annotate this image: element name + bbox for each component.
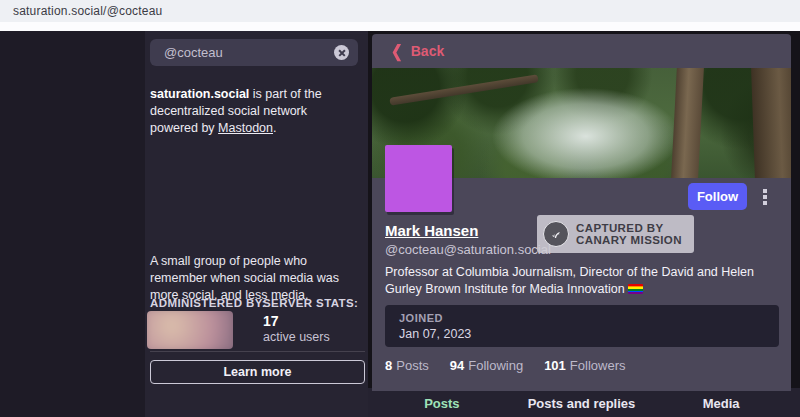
browser-bar-divider	[0, 22, 800, 31]
profile-bio: Professor at Columbia Journalism, Direct…	[385, 264, 777, 298]
profile-tabs: Posts Posts and replies Media	[372, 390, 791, 417]
administered-by-label: ADMINISTERED BY:	[150, 297, 266, 309]
tree-branch-graphic	[389, 74, 538, 105]
server-stats-label: SERVER STATS:	[263, 297, 358, 309]
tab-posts-and-replies[interactable]: Posts and replies	[512, 390, 652, 417]
canary-bird-icon	[543, 221, 569, 247]
watermark-line2: CANARY MISSION	[576, 234, 682, 247]
profile-avatar[interactable]	[385, 145, 452, 212]
back-button[interactable]: ❮ Back	[372, 34, 791, 68]
watermark-line1: CAPTURED BY	[576, 222, 682, 235]
search-input[interactable]: @cocteau	[150, 39, 358, 66]
followers-count[interactable]: 101Followers	[544, 358, 625, 373]
profile-card: ❮ Back Follow Mark Hansen @cocteau@satur…	[372, 34, 791, 391]
follow-button[interactable]: Follow	[688, 183, 747, 210]
joined-date: Jan 07, 2023	[399, 327, 765, 341]
search-value: @cocteau	[164, 45, 334, 60]
admin-avatar-blurred-image	[147, 311, 233, 349]
posts-count[interactable]: 8Posts	[385, 358, 429, 373]
tree-trunk-graphic	[670, 68, 703, 178]
following-count[interactable]: 94Following	[450, 358, 523, 373]
joined-label: JOINED	[399, 312, 765, 324]
tree-trunk-right-graphic	[751, 68, 791, 178]
back-chevron-icon: ❮	[391, 41, 403, 60]
browser-url-bar[interactable]: saturation.social/@cocteau	[0, 0, 800, 22]
mastodon-link[interactable]: Mastodon	[218, 121, 273, 135]
instance-name: saturation.social	[150, 87, 249, 101]
canary-mission-watermark: CAPTURED BY CANARY MISSION	[537, 215, 694, 253]
active-users-label: active users	[263, 330, 330, 344]
active-users-count: 17	[263, 313, 279, 329]
url-text: saturation.social/@cocteau	[13, 4, 162, 18]
tab-posts[interactable]: Posts	[372, 390, 512, 417]
clear-search-icon[interactable]	[334, 45, 349, 60]
back-label: Back	[411, 43, 444, 59]
tab-media[interactable]: Media	[651, 390, 791, 417]
instance-about-text: saturation.social is part of the decentr…	[150, 86, 352, 137]
mastodon-app: @cocteau saturation.social is part of th…	[0, 31, 800, 417]
learn-more-button[interactable]: Learn more	[150, 360, 365, 384]
display-name[interactable]: Mark Hansen	[385, 222, 478, 239]
screenshot-root: saturation.social/@cocteau @cocteau satu…	[0, 0, 800, 417]
profile-stats: 8Posts 94Following 101Followers	[385, 358, 625, 373]
admin-avatar[interactable]	[147, 311, 233, 349]
left-background-panel	[0, 31, 145, 417]
account-handle: @cocteau@saturation.social	[385, 242, 551, 257]
more-options-icon[interactable]	[758, 186, 772, 208]
sidebar-divider	[150, 351, 365, 352]
joined-box: JOINED Jan 07, 2023	[385, 305, 779, 347]
rainbow-flag-emoji	[628, 284, 643, 294]
